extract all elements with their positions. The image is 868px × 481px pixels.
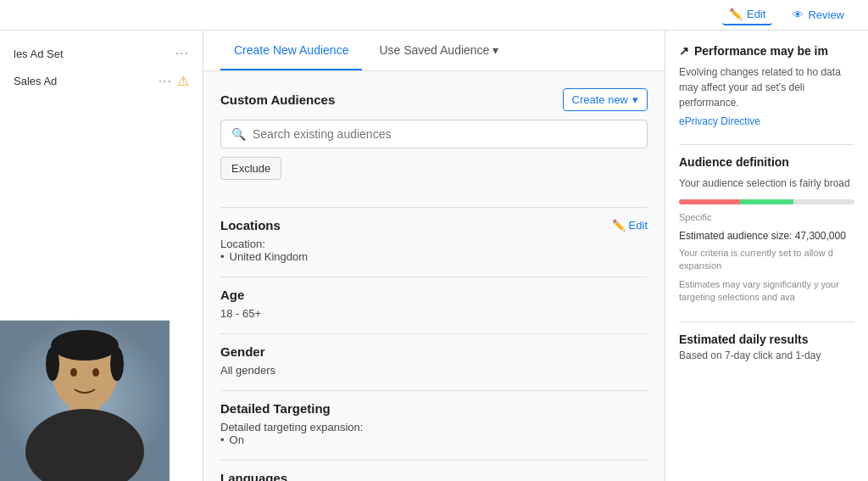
right-panel: ↗ Performance may be im Evolving changes… [665, 31, 868, 481]
location-label: Location: [220, 238, 648, 250]
edit-tab[interactable]: ✏️ Edit [722, 4, 772, 25]
divider-2 [220, 277, 648, 277]
create-new-btn-label: Create new [572, 93, 628, 106]
performance-icon: ↗ [679, 44, 689, 58]
search-box[interactable]: 🔍 [220, 120, 648, 148]
age-section: Age 18 - 65+ [220, 288, 648, 320]
meter-bar [679, 199, 854, 204]
search-input[interactable] [253, 127, 637, 141]
audience-def-title-wrap: Audience definition [679, 155, 854, 169]
svg-point-6 [51, 330, 119, 361]
detailed-targeting-title: Detailed Targeting [220, 401, 331, 416]
dropdown-arrow-icon: ▾ [632, 93, 638, 106]
detailed-targeting-header: Detailed Targeting [220, 401, 648, 416]
age-header: Age [220, 288, 648, 302]
ad-set-dots[interactable]: ··· [175, 46, 189, 61]
sales-ad-label: Sales Ad [14, 75, 57, 87]
warning-icon: ⚠ [177, 73, 189, 89]
tab-create-new[interactable]: Create New Audience [220, 31, 362, 70]
use-saved-tab-label: Use Saved Audience [379, 43, 489, 57]
center-content: Create New Audience Use Saved Audience ▾… [203, 31, 665, 481]
tabs-bar: Create New Audience Use Saved Audience ▾ [203, 31, 665, 71]
eprivacy-link[interactable]: ePrivacy Directive [679, 115, 854, 127]
specific-label: Specific [679, 212, 712, 222]
divider-3 [220, 333, 648, 334]
performance-title-text: Performance may be im [694, 44, 828, 58]
eye-icon: 👁 [793, 8, 804, 21]
performance-section: ↗ Performance may be im Evolving changes… [679, 44, 854, 127]
gender-value: All genders [220, 364, 648, 377]
performance-title: ↗ Performance may be im [679, 44, 854, 58]
edit-icon: ✏️ [729, 8, 743, 20]
gender-header: Gender [220, 344, 648, 359]
daily-results-title: Estimated daily results [679, 333, 854, 346]
languages-title: Languages [220, 471, 287, 481]
sales-ad-dots[interactable]: ··· [159, 74, 172, 89]
main-layout: les Ad Set ··· Sales Ad ··· ⚠ [0, 31, 868, 481]
sidebar-ad-set[interactable]: les Ad Set ··· [0, 39, 203, 68]
meter-fill-red [679, 199, 740, 204]
panel-divider-1 [679, 144, 854, 145]
edit-label: Edit [629, 219, 648, 232]
languages-header: Languages [220, 471, 648, 481]
exclude-label: Exclude [231, 162, 270, 175]
age-value: 18 - 65+ [220, 307, 648, 320]
locations-section: Locations ✏️ Edit Location: United Kingd… [220, 218, 648, 263]
sidebar: les Ad Set ··· Sales Ad ··· ⚠ [0, 31, 203, 481]
ad-set-label: les Ad Set [14, 48, 64, 60]
age-title: Age [220, 288, 244, 302]
face-overlay [0, 320, 170, 481]
location-value: United Kingdom [220, 250, 648, 263]
chevron-down-icon: ▾ [492, 43, 498, 57]
detailed-targeting-section: Detailed Targeting Detailed targeting ex… [220, 401, 648, 446]
divider-1 [220, 207, 648, 208]
pencil-icon: ✏️ [612, 219, 626, 232]
edit-label: Edit [747, 8, 765, 20]
exclude-button[interactable]: Exclude [220, 157, 281, 180]
locations-header: Locations ✏️ Edit [220, 218, 648, 232]
search-icon: 🔍 [231, 127, 246, 141]
top-bar: ✏️ Edit 👁 Review [0, 0, 868, 31]
svg-point-4 [70, 368, 77, 377]
sidebar-sales-ad[interactable]: Sales Ad ··· ⚠ [0, 68, 203, 94]
performance-text: Evolving changes related to ho data may … [679, 64, 854, 110]
meter-fill-green [740, 199, 793, 204]
targeting-expansion-value: On [220, 433, 648, 446]
estimated-size: Estimated audience size: 47,300,000 [679, 230, 854, 242]
audience-def-title: Audience definition [679, 155, 789, 169]
tab-use-saved[interactable]: Use Saved Audience ▾ [365, 31, 512, 70]
gender-title: Gender [220, 344, 265, 359]
review-label: Review [808, 8, 844, 21]
face-silhouette [0, 321, 170, 481]
person-svg [0, 320, 170, 481]
targeting-expansion-label: Detailed targeting expansion: [220, 421, 648, 433]
audience-content: Custom Audiences Create new ▾ 🔍 Exclude … [203, 71, 665, 481]
divider-5 [220, 460, 648, 461]
estimates-note: Estimates may vary significantly y your … [679, 278, 854, 305]
panel-divider-2 [679, 322, 854, 322]
locations-edit-link[interactable]: ✏️ Edit [612, 219, 648, 232]
daily-results-section: Estimated daily results Based on 7-day c… [679, 333, 854, 361]
locations-title: Locations [220, 218, 281, 232]
svg-point-5 [92, 368, 99, 377]
create-new-tab-label: Create New Audience [234, 43, 348, 57]
review-tab[interactable]: 👁 Review [786, 5, 851, 25]
audience-desc: Your audience selection is fairly broad [679, 176, 854, 191]
gender-section: Gender All genders [220, 344, 648, 377]
daily-results-text: Based on 7-day click and 1-day [679, 350, 854, 361]
audience-meter: Specific [679, 199, 854, 223]
criteria-note: Your criteria is currently set to allow … [679, 247, 854, 273]
custom-audiences-header: Custom Audiences Create new ▾ [220, 88, 648, 111]
create-new-button[interactable]: Create new ▾ [563, 88, 648, 111]
custom-audiences-title: Custom Audiences [220, 92, 335, 107]
svg-point-7 [46, 347, 59, 381]
languages-section: Languages All languages [220, 471, 648, 481]
divider-4 [220, 390, 648, 391]
audience-definition-section: Audience definition Your audience select… [679, 155, 854, 305]
svg-point-8 [110, 347, 124, 381]
